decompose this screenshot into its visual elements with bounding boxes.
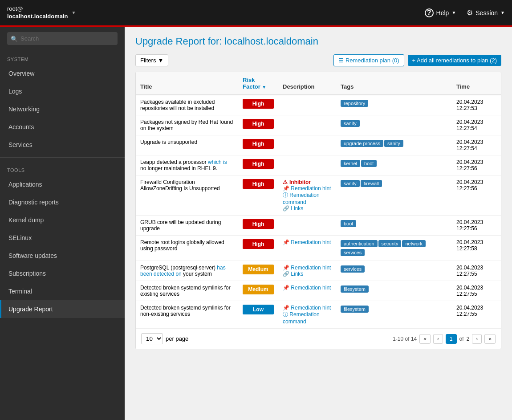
row-title-link[interactable]: PostgreSQL (postgresql-server) has been … (140, 265, 226, 277)
row-title-link[interactable]: Detected broken systemd symlinks for non… (140, 305, 231, 317)
cell-time: 20.04.202312:27:54 (452, 115, 501, 135)
sidebar-divider (0, 157, 125, 158)
sort-arrow-icon: ▼ (262, 85, 266, 90)
description-link[interactable]: 📌 Remediation hint (283, 305, 332, 311)
tag-badge[interactable]: filesystem (341, 285, 369, 293)
tag-badge[interactable]: services (341, 265, 365, 273)
tag-badge[interactable]: security (378, 240, 402, 247)
session-icon: ⚙ (467, 8, 473, 17)
sidebar-item-kernel-dump[interactable]: Kernel dump (0, 211, 125, 229)
cell-time: 20.04.202312:27:56 (452, 155, 501, 175)
description-link[interactable]: 📌 Remediation hint (283, 285, 332, 291)
sidebar-item-applications[interactable]: Applications (0, 175, 125, 193)
toolbar: Filters ▼ ☰ Remediation plan (0) + Add a… (135, 54, 501, 66)
tag-badge[interactable]: sanity (384, 140, 403, 147)
help-chevron: ▼ (451, 10, 456, 15)
tag-badge[interactable]: repository (341, 100, 368, 107)
page-prev-button[interactable]: ‹ (433, 334, 443, 344)
sidebar-item-networking[interactable]: Networking (0, 100, 125, 118)
results-table-wrap: Title Risk Factor ▼ Description Tags (135, 72, 501, 349)
page-next-button[interactable]: › (472, 334, 482, 344)
page-title-dynamic: localhost.localdomain (225, 36, 318, 47)
page-range: 1-10 of 14 (393, 336, 417, 342)
add-remediations-button[interactable]: + Add all remediations to plan (2) (408, 55, 501, 66)
inhibitor-icon: ⚠ (283, 179, 288, 185)
sidebar-item-accounts[interactable]: Accounts (0, 118, 125, 136)
row-title-link[interactable]: Packages available in excluded repositor… (140, 99, 215, 111)
cell-tags: authenticationsecuritynetworkservices (336, 236, 452, 261)
sidebar-item-diagnostic-reports[interactable]: Diagnostic reports (0, 193, 125, 211)
page-first-button[interactable]: « (419, 334, 431, 344)
cell-description (278, 115, 336, 135)
sidebar-item-services[interactable]: Services (0, 136, 125, 154)
tag-badge[interactable]: firewall (361, 180, 382, 187)
desc-icon: 📌 (283, 305, 289, 311)
tag-badge[interactable]: authentication (341, 240, 378, 247)
description-link[interactable]: ⓘ Remediation command (283, 311, 332, 325)
cell-description: 📌 Remediation hint (278, 236, 336, 261)
topbar-user-chevron[interactable]: ▼ (72, 10, 76, 15)
sidebar-item-subscriptions[interactable]: Subscriptions (0, 265, 125, 282)
cell-time: 20.04.202312:27:56 (452, 216, 501, 236)
help-button[interactable]: ? Help ▼ (425, 8, 456, 17)
tag-badge[interactable]: boot (361, 160, 377, 167)
row-title-link[interactable]: Remote root logins globally allowed usin… (140, 239, 224, 252)
row-title-link[interactable]: Upgrade is unsupported (140, 139, 197, 145)
sidebar-item-label: Diagnostic reports (8, 199, 59, 206)
cell-title: Firewalld Configuration AllowZoneDriftin… (136, 175, 238, 216)
cell-risk: Medium (238, 281, 278, 301)
row-title-link[interactable]: Leapp detected a processor which is no l… (140, 159, 227, 171)
layout: 🔍 System Overview Logs Networking Accoun… (0, 27, 512, 420)
session-button[interactable]: ⚙ Session ▼ (467, 8, 505, 17)
sidebar-item-label: Terminal (8, 288, 32, 295)
tag-badge[interactable]: services (341, 249, 365, 256)
filters-button[interactable]: Filters ▼ (135, 54, 168, 66)
col-header-description: Description (278, 72, 336, 95)
system-section-label: System (0, 50, 125, 65)
description-link[interactable]: 🔗 Links (283, 205, 332, 212)
col-header-risk-factor[interactable]: Risk Factor ▼ (238, 72, 278, 95)
description-link[interactable]: ⓘ Remediation command (283, 192, 332, 205)
tag-badge[interactable]: network (402, 240, 426, 247)
row-title-link[interactable]: Firewalld Configuration AllowZoneDriftin… (140, 179, 220, 192)
search-input[interactable] (7, 32, 118, 45)
cell-tags: sanity (336, 115, 452, 135)
table-row: GRUB core will be updated during upgrade… (136, 216, 501, 236)
tag-badge[interactable]: kernel (341, 160, 360, 167)
sidebar-item-upgrade-report[interactable]: Upgrade Report (0, 300, 125, 318)
tag-badge[interactable]: filesystem (341, 306, 369, 313)
search-icon: 🔍 (11, 35, 18, 42)
cell-risk: High (238, 216, 278, 236)
filters-label: Filters (140, 57, 156, 64)
row-title-link[interactable]: Detected broken systemd symlinks for exi… (140, 285, 231, 297)
risk-badge: High (243, 219, 274, 229)
description-link[interactable]: 📌 Remediation hint (283, 185, 332, 192)
topbar-username: root@ (7, 5, 68, 13)
sidebar-item-selinux[interactable]: SELinux (0, 229, 125, 247)
tag-badge[interactable]: upgrade process (341, 140, 383, 147)
row-title-link[interactable]: GRUB core will be updated during upgrade (140, 219, 221, 232)
sidebar-item-terminal[interactable]: Terminal (0, 282, 125, 300)
sidebar-item-label: Upgrade Report (8, 306, 53, 313)
tag-badge[interactable]: sanity (341, 180, 360, 187)
row-title-link[interactable]: Packages not signed by Red Hat found on … (140, 119, 233, 131)
sidebar-item-logs[interactable]: Logs (0, 82, 125, 100)
description-link[interactable]: 📌 Remediation hint (283, 265, 332, 271)
table-row: Remote root logins globally allowed usin… (136, 236, 501, 261)
sidebar-item-label: Networking (8, 106, 40, 113)
cell-tags: filesystem (336, 281, 452, 301)
cell-tags: services (336, 261, 452, 281)
cell-time: 20.04.202312:27:55 (452, 281, 501, 301)
description-link[interactable]: 📌 Remediation hint (283, 239, 332, 245)
sidebar-item-label: SELinux (8, 234, 32, 241)
tag-badge[interactable]: sanity (341, 120, 360, 127)
remediation-plan-button[interactable]: ☰ Remediation plan (0) (333, 54, 404, 66)
sidebar-item-software-updates[interactable]: Software updates (0, 247, 125, 265)
description-link[interactable]: 🔗 Links (283, 271, 332, 277)
page-last-button[interactable]: » (484, 334, 496, 344)
sidebar-item-overview[interactable]: Overview (0, 65, 125, 82)
tag-badge[interactable]: boot (341, 220, 356, 227)
per-page-select[interactable]: 10 20 50 (141, 333, 163, 344)
session-label: Session (475, 9, 498, 16)
topbar-actions: ? Help ▼ ⚙ Session ▼ (425, 8, 505, 17)
